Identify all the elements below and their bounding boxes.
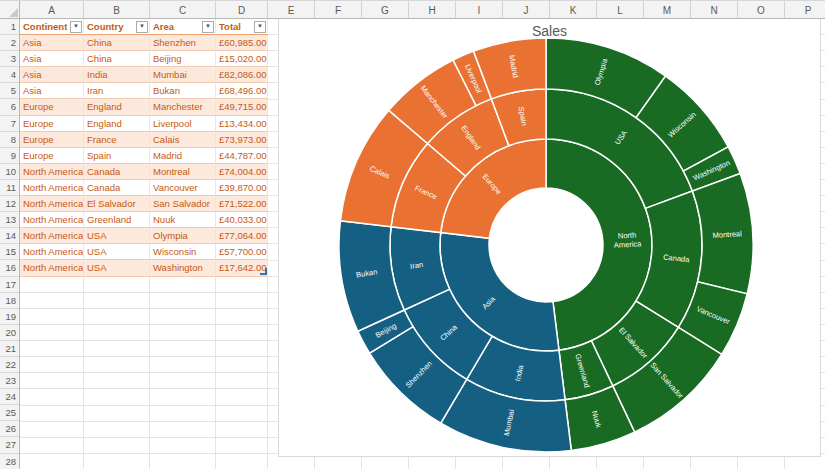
table-header-area[interactable]: Area▼ <box>150 19 216 35</box>
table-cell[interactable]: India <box>84 67 150 83</box>
table-cell[interactable]: Spain <box>84 148 150 164</box>
table-header-total[interactable]: Total▼ <box>216 19 268 35</box>
table-cell[interactable]: Asia <box>20 83 84 99</box>
row-header-6[interactable]: 6 <box>0 99 19 115</box>
table-cell[interactable]: £71,522.00 <box>216 196 268 212</box>
table-header-country[interactable]: Country▼ <box>84 19 150 35</box>
table-cell[interactable]: Shenzhen <box>150 35 216 51</box>
row-header-13[interactable]: 13 <box>0 212 19 228</box>
column-header-K[interactable]: K <box>550 1 597 19</box>
table-cell[interactable]: Montreal <box>150 164 216 180</box>
table-cell[interactable]: £77,064.00 <box>216 228 268 244</box>
table-cell[interactable]: Asia <box>20 51 84 67</box>
table-cell[interactable]: Canada <box>84 180 150 196</box>
row-header-2[interactable]: 2 <box>0 35 19 51</box>
column-header-H[interactable]: H <box>409 1 456 19</box>
table-cell[interactable]: England <box>84 116 150 132</box>
table-cell[interactable]: France <box>84 132 150 148</box>
column-header-A[interactable]: A <box>20 1 84 19</box>
row-header-7[interactable]: 7 <box>0 116 19 132</box>
row-header-21[interactable]: 21 <box>0 341 19 357</box>
row-header-3[interactable]: 3 <box>0 51 19 67</box>
row-header-28[interactable]: 28 <box>0 454 19 469</box>
table-resize-handle[interactable] <box>260 268 267 275</box>
row-header-25[interactable]: 25 <box>0 405 19 421</box>
table-cell[interactable]: Mumbai <box>150 67 216 83</box>
table-cell[interactable]: North America <box>20 180 84 196</box>
table-cell[interactable]: £40,033.00 <box>216 212 268 228</box>
row-header-27[interactable]: 27 <box>0 437 19 453</box>
table-cell[interactable]: £74,004.00 <box>216 164 268 180</box>
table-cell[interactable]: £13,434.00 <box>216 116 268 132</box>
table-cell[interactable]: £39,870.00 <box>216 180 268 196</box>
table-cell[interactable]: Nuuk <box>150 212 216 228</box>
table-cell[interactable]: Olympia <box>150 228 216 244</box>
table-cell[interactable]: Iran <box>84 83 150 99</box>
row-header-10[interactable]: 10 <box>0 164 19 180</box>
table-cell[interactable]: Calais <box>150 132 216 148</box>
table-cell[interactable]: Asia <box>20 35 84 51</box>
table-cell[interactable]: Liverpool <box>150 116 216 132</box>
table-cell[interactable]: El Salvador <box>84 196 150 212</box>
row-header-18[interactable]: 18 <box>0 293 19 309</box>
table-cell[interactable]: Vancouver <box>150 180 216 196</box>
column-header-P[interactable]: P <box>785 1 825 19</box>
table-cell[interactable]: £44,787.00 <box>216 148 268 164</box>
column-header-O[interactable]: O <box>738 1 785 19</box>
table-cell[interactable]: North America <box>20 228 84 244</box>
table-cell[interactable]: China <box>84 35 150 51</box>
column-header-N[interactable]: N <box>691 1 738 19</box>
column-header-J[interactable]: J <box>503 1 550 19</box>
table-cell[interactable]: £68,496.00 <box>216 83 268 99</box>
table-cell[interactable]: North America <box>20 196 84 212</box>
row-header-23[interactable]: 23 <box>0 373 19 389</box>
table-cell[interactable]: China <box>84 51 150 67</box>
row-header-9[interactable]: 9 <box>0 148 19 164</box>
filter-dropdown-icon[interactable]: ▼ <box>254 21 266 33</box>
row-header-22[interactable]: 22 <box>0 357 19 373</box>
chart-title[interactable]: Sales <box>279 23 820 39</box>
table-cell[interactable]: Europe <box>20 99 84 115</box>
table-cell[interactable]: Manchester <box>150 99 216 115</box>
table-cell[interactable]: Asia <box>20 67 84 83</box>
table-cell[interactable]: £15,020.00 <box>216 51 268 67</box>
row-header-5[interactable]: 5 <box>0 83 19 99</box>
table-cell[interactable]: Europe <box>20 132 84 148</box>
table-cell[interactable]: Bukan <box>150 83 216 99</box>
row-header-26[interactable]: 26 <box>0 421 19 437</box>
row-header-15[interactable]: 15 <box>0 244 19 260</box>
filter-dropdown-icon[interactable]: ▼ <box>70 21 82 33</box>
table-cell[interactable]: Europe <box>20 148 84 164</box>
row-header-14[interactable]: 14 <box>0 228 19 244</box>
column-header-M[interactable]: M <box>644 1 691 19</box>
table-cell[interactable]: Greenland <box>84 212 150 228</box>
table-cell[interactable]: Canada <box>84 164 150 180</box>
table-cell[interactable]: Washington <box>150 260 216 276</box>
row-header-4[interactable]: 4 <box>0 67 19 83</box>
column-header-I[interactable]: I <box>456 1 503 19</box>
table-cell[interactable]: £82,086.00 <box>216 67 268 83</box>
column-header-E[interactable]: E <box>268 1 315 19</box>
row-header-8[interactable]: 8 <box>0 132 19 148</box>
table-cell[interactable]: San Salvador <box>150 196 216 212</box>
column-header-D[interactable]: D <box>216 1 268 19</box>
table-cell[interactable]: North America <box>20 260 84 276</box>
row-header-17[interactable]: 17 <box>0 277 19 293</box>
column-header-G[interactable]: G <box>362 1 409 19</box>
table-cell[interactable]: £49,715.00 <box>216 99 268 115</box>
row-header-11[interactable]: 11 <box>0 180 19 196</box>
row-header-24[interactable]: 24 <box>0 389 19 405</box>
table-cell[interactable]: Beijing <box>150 51 216 67</box>
table-cell[interactable]: North America <box>20 244 84 260</box>
row-header-19[interactable]: 19 <box>0 309 19 325</box>
filter-dropdown-icon[interactable]: ▼ <box>136 21 148 33</box>
select-all-corner[interactable] <box>0 1 20 19</box>
table-cell[interactable]: North America <box>20 164 84 180</box>
row-header-1[interactable]: 1 <box>0 19 19 35</box>
table-cell[interactable]: USA <box>84 228 150 244</box>
sunburst-chart[interactable]: NorthAmericaUSAOlympiaWisconsinWashingto… <box>278 9 821 457</box>
table-cell[interactable]: Madrid <box>150 148 216 164</box>
table-cell[interactable]: USA <box>84 244 150 260</box>
table-cell[interactable]: £57,700.00 <box>216 244 268 260</box>
column-header-F[interactable]: F <box>315 1 362 19</box>
